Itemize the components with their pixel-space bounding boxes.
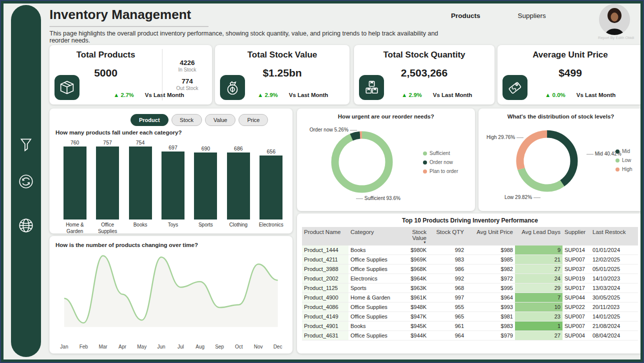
table-row[interactable]: Product_1444Books$980K992$9889SUP01401/0…: [302, 246, 638, 255]
column-header-Stock Value[interactable]: Stock Value▼: [396, 227, 428, 246]
bar-Books[interactable]: 754: [124, 140, 156, 220]
tab-price[interactable]: Price: [238, 114, 268, 126]
month-tick-Nov: Nov: [248, 344, 268, 350]
bar-Sports[interactable]: 690: [190, 140, 222, 220]
bar-Clothing[interactable]: 686: [222, 140, 254, 220]
report-by-caption: Report By Edith Obidi: [598, 36, 631, 40]
tab-stock[interactable]: Stock: [172, 114, 202, 126]
nav-suppliers[interactable]: Suppliers: [518, 12, 546, 20]
kpi-title: Average Unit Price: [498, 45, 643, 60]
legend-label: High: [622, 166, 632, 172]
cell-Avg Unit Price: $993: [466, 302, 515, 312]
cell-Last Restock: 12/02/2025: [590, 255, 638, 264]
kpi-trend: ▲ 2.7%: [114, 92, 134, 98]
page-subtitle: This page highlights the overall product…: [50, 30, 450, 44]
category-bar-chart[interactable]: 760Home &Garden757OfficeSupplies754Books…: [58, 140, 288, 236]
globe-icon[interactable]: [18, 217, 34, 234]
bar-rect[interactable]: [162, 152, 184, 220]
bar-rect[interactable]: [96, 146, 119, 220]
bar-rect[interactable]: [227, 152, 250, 220]
bar-Home & Garden[interactable]: 760: [58, 140, 91, 220]
table-row[interactable]: Product_2002Electronics$964K992$97224SUP…: [302, 274, 638, 284]
in-stock-label: In Stock: [162, 67, 212, 72]
legend-item-Plan to order[interactable]: Plan to order: [423, 168, 458, 174]
bar-Toys[interactable]: 697: [156, 140, 189, 220]
legend-dot: [423, 170, 427, 174]
column-header-Avg Unit Price[interactable]: Avg Unit Price: [466, 227, 515, 246]
cell-Last Restock: 14/10/2023: [590, 274, 638, 284]
legend-item-Mid[interactable]: Mid: [616, 148, 632, 154]
cell-Avg Unit Price: $982: [466, 264, 515, 274]
kpi-trend-label: Vs Last Month: [576, 92, 616, 98]
bar-category-label: Electronics: [255, 222, 288, 236]
cell-Stock QTY: 986: [428, 264, 466, 274]
kpi-total-stock-value: Total Stock Value $1.25bn ▲ 2.9% Vs Last…: [215, 45, 350, 104]
bar-value: 697: [168, 144, 178, 150]
table-row[interactable]: Product_4631Office Supplies$944K964$9792…: [302, 331, 638, 340]
month-tick-Oct: Oct: [229, 344, 248, 350]
cell-Stock QTY: 968: [428, 284, 466, 293]
bar-category-label: Books: [124, 222, 156, 236]
cell-Avg Lead Days: 21: [515, 255, 562, 264]
cell-Stock Value: $947K: [396, 312, 428, 322]
table-row[interactable]: Product_4086Office Supplies$948K955$9931…: [302, 302, 638, 312]
table-row[interactable]: Product_4900Home & Garden$961K997$9647SU…: [302, 293, 638, 302]
month-tick-Jul: Jul: [171, 344, 190, 350]
cell-Avg Lead Days: 29: [515, 284, 562, 293]
tab-value[interactable]: Value: [205, 114, 236, 126]
legend-item-Low[interactable]: Low: [616, 158, 632, 163]
donut-slice-Sufficient[interactable]: [335, 135, 389, 189]
cell-Supplier: SUP044: [562, 293, 590, 302]
cell-Stock Value: $964K: [396, 274, 428, 284]
stock-levels-donut-card: What's the distribution of stock levels?…: [478, 108, 643, 211]
cell-Product Name: Product_3988: [302, 264, 348, 274]
table-row[interactable]: Product_1125Sports$963K968$99529SUP01713…: [302, 284, 638, 293]
top-nav: Products Suppliers: [451, 12, 546, 20]
table-row[interactable]: Product_4901Books$945K961$9831SUP00721/0…: [302, 322, 638, 331]
legend-label: Plan to order: [430, 168, 458, 174]
callout-low: Low 29.82%: [504, 194, 540, 200]
nav-products[interactable]: Products: [451, 12, 480, 20]
table-row[interactable]: Product_4211Office Supplies$969K983$9852…: [302, 255, 638, 264]
reorder-donut-chart[interactable]: [324, 124, 400, 200]
stock-levels-legend: MidLowHigh: [616, 148, 632, 172]
cell-Avg Unit Price: $995: [466, 284, 515, 293]
cell-Stock QTY: 992: [428, 274, 466, 284]
products-over-time-chart[interactable]: [54, 252, 288, 331]
reorder-donut-card: How urgent are our reorder needs? Order …: [297, 108, 475, 211]
filter-icon[interactable]: [18, 136, 34, 153]
bar-rect[interactable]: [260, 156, 282, 220]
column-header-Product Name[interactable]: Product Name: [302, 227, 348, 246]
legend-item-Order now[interactable]: Order now: [423, 160, 458, 165]
top-products-table-card: Top 10 Products Driving Inventory Perfor…: [297, 214, 643, 354]
bar-Electronics[interactable]: 656: [255, 140, 288, 220]
column-header-Last Restock[interactable]: Last Restock: [590, 227, 638, 246]
profile-area: Report By Edith Obidi: [598, 4, 631, 40]
column-header-Category[interactable]: Category: [348, 227, 396, 246]
cell-Stock QTY: 992: [428, 246, 466, 255]
legend-dot: [423, 160, 427, 164]
table-row[interactable]: Product_4149Office Supplies$947K965$9812…: [302, 312, 638, 322]
bar-rect[interactable]: [129, 146, 152, 220]
bar-rect[interactable]: [194, 152, 217, 220]
cell-Product Name: Product_4149: [302, 312, 348, 322]
bar-value: 760: [70, 140, 80, 146]
legend-item-Sufficient[interactable]: Sufficient: [423, 150, 458, 156]
kpi-trend-label: Vs Last Month: [433, 92, 472, 98]
cell-Category: Office Supplies: [348, 264, 396, 274]
boxes-icon: [359, 75, 384, 100]
column-header-Supplier[interactable]: Supplier: [562, 227, 590, 246]
table-row[interactable]: Product_3988Office Supplies$968K986$9822…: [302, 264, 638, 274]
bar-rect[interactable]: [64, 146, 86, 220]
bar-Office Supplies[interactable]: 757: [91, 140, 124, 220]
legend-label: Sufficient: [430, 150, 450, 156]
cell-Avg Lead Days: 27: [515, 331, 562, 340]
kpi-title: Total Products: [50, 45, 162, 60]
tab-product[interactable]: Product: [130, 114, 168, 126]
legend-label: Mid: [622, 148, 630, 154]
column-header-Stock QTY[interactable]: Stock QTY: [428, 227, 466, 246]
legend-item-High[interactable]: High: [616, 166, 632, 172]
cell-Supplier: SUP004: [562, 331, 590, 340]
refresh-icon[interactable]: [18, 173, 34, 190]
column-header-Avg Lead Days[interactable]: Avg Lead Days: [515, 227, 562, 246]
